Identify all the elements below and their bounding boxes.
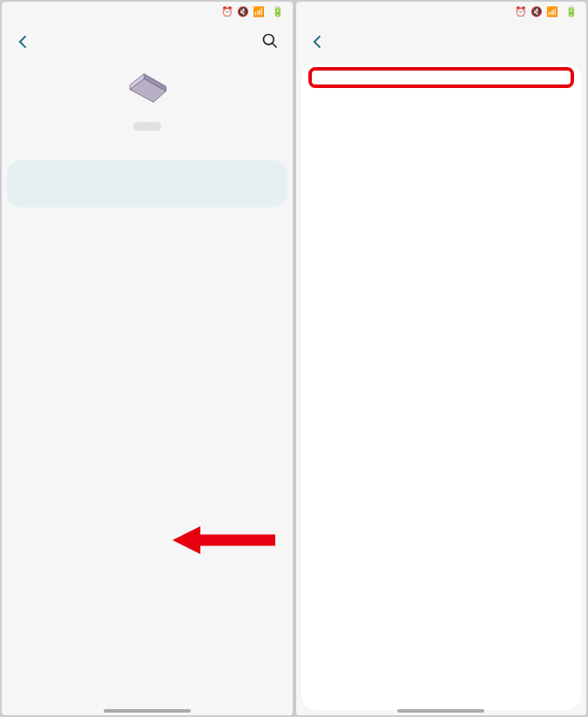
wifi-icon: 📶: [546, 6, 558, 17]
wifi-icon: 📶: [253, 6, 265, 17]
battery-icon: 🔋: [272, 6, 284, 17]
tip-link-software-update[interactable]: [21, 181, 274, 188]
status-icons: ⏰ 🔇 📶 🔋: [221, 6, 284, 17]
header-right: [296, 20, 587, 64]
mute-icon: 🔇: [237, 6, 249, 17]
build-number-item[interactable]: [308, 67, 575, 88]
battery-icon: 🔋: [565, 6, 578, 17]
phone-right: ⏰ 🔇 📶 🔋: [296, 2, 587, 715]
nav-pill: [397, 709, 484, 713]
mute-icon: 🔇: [531, 6, 543, 17]
tip-card: [7, 160, 287, 207]
right-body: [301, 64, 582, 710]
alarm-icon: ⏰: [515, 6, 527, 17]
status-bar: ⏰ 🔇 📶 🔋: [2, 2, 293, 20]
search-icon: [261, 32, 279, 50]
status-icons: ⏰ 🔇 📶 🔋: [515, 6, 578, 17]
chevron-left-icon: [309, 33, 327, 51]
svg-line-1: [272, 44, 276, 48]
chevron-left-icon: [15, 33, 32, 51]
tip-link-reset[interactable]: [21, 188, 274, 195]
annotation-arrow: [172, 523, 277, 558]
header-left: [2, 20, 293, 64]
nav-pill: [104, 709, 191, 713]
device-section: [2, 64, 293, 143]
search-button[interactable]: [261, 32, 280, 51]
edit-button[interactable]: [133, 122, 161, 131]
back-button[interactable]: [308, 32, 328, 51]
status-bar: ⏰ 🔇 📶 🔋: [296, 2, 587, 20]
back-button[interactable]: [14, 32, 33, 51]
device-image: [124, 69, 171, 107]
alarm-icon: ⏰: [221, 6, 233, 17]
phone-left: ⏰ 🔇 📶 🔋: [2, 2, 293, 715]
svg-point-0: [263, 35, 274, 45]
